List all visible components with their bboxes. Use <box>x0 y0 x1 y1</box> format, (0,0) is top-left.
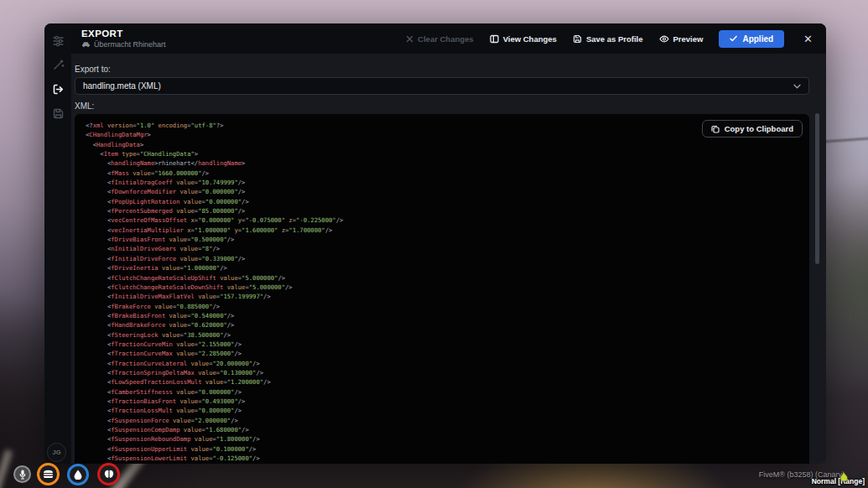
code-line: <fBrakeForce value="0.885000"/> <box>86 303 220 310</box>
page-title: EXPORT <box>81 29 166 39</box>
eye-icon <box>659 35 669 43</box>
code-line: <fPercentSubmerged value="85.000000"/> <box>86 207 245 215</box>
diff-panel-icon <box>490 34 499 44</box>
microphone-icon <box>13 465 31 483</box>
clear-x-icon <box>406 35 413 43</box>
code-line: <HandlingData> <box>86 141 143 148</box>
vehicle-name: Übermacht Rhinehart <box>94 40 166 49</box>
export-to-label: Export to: <box>75 65 809 74</box>
code-line: <fClutchChangeRateScaleUpShift value="5.… <box>86 274 285 282</box>
code-line: <fTractionBiasFront value="0.493000"/> <box>86 397 245 405</box>
code-line: <Item type="CHandlingData"> <box>86 150 198 158</box>
modal-header: EXPORT Übermacht Rhinehart Clear Changes <box>71 23 826 54</box>
xml-code: <?xml version="1.0" encoding="utf-8"?> <… <box>75 114 809 463</box>
export-main: EXPORT Übermacht Rhinehart Clear Changes <box>71 23 826 464</box>
code-line: <fHandBrakeForce value="0.620000"/> <box>86 321 234 329</box>
save-icon[interactable] <box>51 106 65 120</box>
code-line: <handlingName>rhinehart</handlingName> <box>86 159 245 167</box>
brain-icon <box>97 463 120 485</box>
code-line: <CHandlingDataMgr> <box>86 131 151 138</box>
code-line: <fCamberStiffnesss value="0.000000"/> <box>86 388 242 396</box>
burger-icon <box>37 463 60 485</box>
code-line: <fDownforceModifier value="0.000000"/> <box>86 188 245 195</box>
code-line: <?xml version="1.0" encoding="utf-8"?> <box>86 122 223 129</box>
floppy-icon <box>573 34 582 44</box>
code-line: <vecInertiaMultiplier x="1.000000" y="1.… <box>86 226 332 234</box>
code-line: <fPopUpLightRotation value="0.000000"/> <box>86 198 249 205</box>
water-drop-icon <box>67 464 89 485</box>
applied-button[interactable]: Applied <box>719 30 784 48</box>
format-select[interactable]: handling.meta (XML) <box>75 77 809 95</box>
close-icon[interactable]: ✕ <box>800 32 816 46</box>
code-line: <fTractionLossMult value="0.800000"/> <box>86 407 242 414</box>
code-line: <fSuspensionUpperLimit value="0.100000"/… <box>86 445 256 453</box>
save-as-profile-button[interactable]: Save as Profile <box>573 34 643 44</box>
code-line: <vecCentreOfMassOffset x="0.000000" y="-… <box>86 216 343 224</box>
code-line: <fTractionCurveMax value="2.285000"/> <box>86 350 242 357</box>
code-line: <fTractionCurveLateral value="20.000000"… <box>86 360 260 367</box>
magic-wand-icon[interactable] <box>51 58 65 71</box>
code-line: <fInitialDriveMaxFlatVel value="157.1999… <box>86 293 271 300</box>
code-line: <fClutchChangeRateScaleDownShift value="… <box>86 283 293 291</box>
voice-indicator-icon <box>839 470 849 485</box>
code-line: <fDriveBiasFront value="0.500000"/> <box>86 236 234 243</box>
code-line: <nInitialDriveGears value="8"/> <box>86 245 220 252</box>
code-line: <fTractionCurveMin value="2.155000"/> <box>86 340 242 348</box>
export-icon[interactable] <box>51 82 65 96</box>
screen: EXPORT Übermacht Rhinehart Clear Changes <box>0 0 868 488</box>
code-line: <fMass value="1660.000000"/> <box>86 169 209 177</box>
copy-icon <box>711 125 720 133</box>
preview-button[interactable]: Preview <box>659 34 704 44</box>
chevron-down-icon <box>793 81 801 91</box>
code-line: <fSuspensionReboundDamp value="1.800000"… <box>86 435 260 443</box>
code-line: <fInitialDriveForce value="0.339000"/> <box>86 255 245 262</box>
xml-code-block: Copy to Clipboard <?xml version="1.0" en… <box>75 114 809 464</box>
clear-changes-button[interactable]: Clear Changes <box>406 34 474 44</box>
check-icon <box>730 35 737 42</box>
code-line: <fBrakeBiasFront value="0.540000"/> <box>86 312 234 319</box>
format-select-value: handling.meta (XML) <box>83 81 161 91</box>
xml-label: XML: <box>75 101 809 111</box>
scrollbar-thumb[interactable] <box>815 113 819 264</box>
code-line: <fSuspensionLowerLimit value="-0.125000"… <box>86 454 260 462</box>
sidebar <box>44 23 71 464</box>
copy-to-clipboard-button[interactable]: Copy to Clipboard <box>702 120 803 138</box>
code-line: <fSuspensionForce value="2.000000"/> <box>86 417 238 424</box>
avatar-badge: JG <box>47 443 66 462</box>
code-line: <fInitialDragCoeff value="10.749999"/> <box>86 179 245 186</box>
code-line: <fDriveInertia value="1.000000"/> <box>86 264 227 272</box>
export-modal: EXPORT Übermacht Rhinehart Clear Changes <box>44 23 826 464</box>
code-line: <fLowSpeedTractionLossMult value="1.2000… <box>86 378 271 386</box>
car-icon <box>81 41 91 48</box>
code-line: <fSteeringLock value="38.500000"/> <box>86 331 231 339</box>
tuning-sliders-icon[interactable] <box>51 34 65 47</box>
header-actions: Clear Changes View Changes Save as Profi… <box>406 30 816 48</box>
code-line: <fSuspensionCompDamp value="1.680000"/> <box>86 426 249 433</box>
code-line: <fTractionSpringDeltaMax value="0.130000… <box>86 369 263 376</box>
export-content: Export to: handling.meta (XML) XML: Copy… <box>71 54 826 464</box>
view-changes-button[interactable]: View Changes <box>490 34 557 44</box>
